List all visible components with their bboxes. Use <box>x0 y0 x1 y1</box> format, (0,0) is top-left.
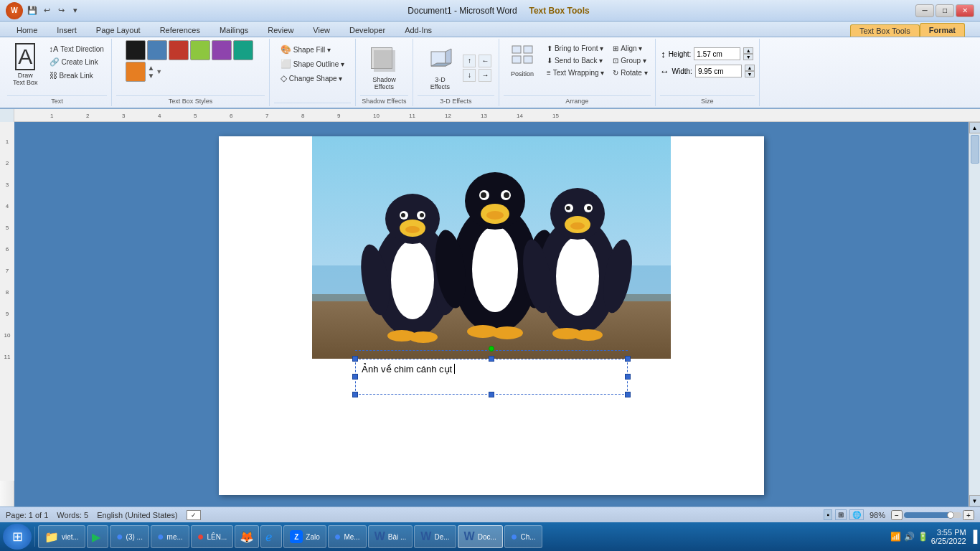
scroll-down-button[interactable]: ▼ <box>969 495 981 507</box>
tab-format[interactable]: Format <box>920 23 965 37</box>
svg-point-43 <box>405 226 420 233</box>
web-layout-button[interactable]: 🌐 <box>849 509 864 520</box>
zoom-in-button[interactable]: + <box>963 510 974 520</box>
group-button[interactable]: ⊡ Group ▾ <box>610 55 650 66</box>
taskbar-item-chrome2[interactable]: ● me... <box>151 525 189 548</box>
3d-tilt-down[interactable]: ↓ <box>463 69 476 82</box>
taskbar-item-media[interactable]: ▶ <box>87 525 108 548</box>
tab-page-layout[interactable]: Page Layout <box>87 23 150 37</box>
show-desktop-button[interactable]: ▐ <box>969 530 977 543</box>
taskbar-item-firefox[interactable]: 🦊 <box>235 525 259 548</box>
tab-insert[interactable]: Insert <box>47 23 86 37</box>
shadow-effects-button[interactable]: ShadowEffects <box>362 43 405 93</box>
taskbar-item-ie[interactable]: ℯ <box>260 525 282 548</box>
swatch-purple[interactable] <box>212 40 232 60</box>
shape-outline-button[interactable]: ⬜ Shape Outline ▾ <box>278 57 347 70</box>
swatch-green[interactable] <box>190 40 210 60</box>
tab-review[interactable]: Review <box>258 23 303 37</box>
svg-text:13: 13 <box>481 113 487 119</box>
office-button[interactable]: W <box>6 2 23 19</box>
3d-tilt-left[interactable]: ← <box>479 55 491 67</box>
textbox-handle-br[interactable] <box>625 392 631 397</box>
swatch-orange[interactable] <box>126 62 146 82</box>
rotate-button[interactable]: ↻ Rotate ▾ <box>610 67 650 78</box>
swatch-teal[interactable] <box>233 40 253 60</box>
text-direction-button[interactable]: ↕A Text Direction <box>47 43 107 55</box>
svg-point-66 <box>556 237 599 316</box>
zoom-thumb[interactable] <box>947 512 954 519</box>
text-wrapping-button[interactable]: ≡ Text Wrapping ▾ <box>544 67 607 78</box>
scroll-track[interactable] <box>971 133 979 495</box>
redo-qa-button[interactable]: ↪ <box>55 4 67 17</box>
taskbar-item-chrome4[interactable]: ● Me... <box>328 525 367 548</box>
spelling-check-button[interactable]: ✓ <box>187 510 201 520</box>
svg-text:2: 2 <box>86 113 90 119</box>
shape-fill-button[interactable]: 🎨 Shape Fill ▾ <box>278 43 334 56</box>
system-tray: 📶 🔊 🔋 3:55 PM 6/25/2022 ▐ <box>890 528 977 545</box>
taskbar-item-word3[interactable]: W Doc... <box>458 525 503 548</box>
textbox-handle-mr[interactable] <box>625 374 631 380</box>
tab-view[interactable]: View <box>303 23 339 37</box>
create-link-button[interactable]: 🔗 Create Link <box>47 56 107 68</box>
taskbar-item-chrome3[interactable]: ● LÊN... <box>191 525 233 548</box>
swatch-scroll-up[interactable]: ▲ <box>147 64 154 72</box>
width-spin-up[interactable]: ▲ <box>745 65 755 71</box>
change-shape-button[interactable]: ◇ Change Shape ▾ <box>278 72 346 85</box>
taskbar-item-folder[interactable]: 📁 viet... <box>38 525 85 548</box>
tab-add-ins[interactable]: Add-Ins <box>395 23 441 37</box>
undo-qa-button[interactable]: ↩ <box>40 4 53 17</box>
height-spin-up[interactable]: ▲ <box>743 47 753 54</box>
send-to-back-button[interactable]: ⬇ Send to Back ▾ <box>544 55 607 66</box>
swatch-black[interactable] <box>126 40 146 60</box>
textbox-handle-tc[interactable] <box>489 356 494 362</box>
start-button[interactable]: ⊞ <box>3 524 32 550</box>
close-button[interactable]: ✕ <box>956 4 974 17</box>
align-button[interactable]: ⊞ Align ▾ <box>610 43 650 54</box>
3d-tilt-right[interactable]: → <box>479 69 491 82</box>
chrome5-label: Ch... <box>520 533 535 541</box>
save-qa-button[interactable]: 💾 <box>26 4 39 17</box>
textbox-rotate-handle[interactable] <box>489 346 494 352</box>
swatch-scroll-down[interactable]: ▼ <box>147 72 154 80</box>
textbox-handle-ml[interactable] <box>352 374 358 380</box>
scroll-thumb[interactable] <box>971 135 979 164</box>
customize-qa-button[interactable]: ▾ <box>69 4 82 17</box>
scroll-up-button[interactable]: ▲ <box>969 122 981 133</box>
tab-mailings[interactable]: Mailings <box>210 23 258 37</box>
bring-to-front-button[interactable]: ⬆ Bring to Front ▾ <box>544 43 607 54</box>
3d-effects-button[interactable]: 3-DEffects <box>420 43 460 93</box>
vertical-scrollbar[interactable]: ▲ ▼ <box>969 122 980 507</box>
print-layout-button[interactable]: ▪ <box>824 509 832 520</box>
zoom-slider[interactable] <box>904 512 961 518</box>
taskbar-item-word1[interactable]: W Bài ... <box>368 525 413 548</box>
tab-references[interactable]: References <box>151 23 209 37</box>
taskbar-item-chrome5[interactable]: ● Ch... <box>504 525 542 548</box>
swatch-blue[interactable] <box>147 40 167 60</box>
height-spin-down[interactable]: ▼ <box>743 54 753 60</box>
taskbar-item-zalo[interactable]: Z Zalo <box>283 525 326 548</box>
width-spin-down[interactable]: ▼ <box>745 71 755 77</box>
3d-tilt-up[interactable]: ↑ <box>463 55 476 67</box>
ribbon-group-shadow: ShadowEffects Shadow Effects <box>356 39 413 106</box>
width-input[interactable] <box>695 65 742 77</box>
tab-developer[interactable]: Developer <box>340 23 395 37</box>
textbox-handle-tl[interactable] <box>352 356 358 362</box>
break-link-button[interactable]: ⛓ Break Link <box>47 70 107 81</box>
maximize-button[interactable]: □ <box>936 4 954 17</box>
textbox-handle-bl[interactable] <box>352 392 358 397</box>
text-box[interactable]: Ảnh về chim cánh cụt <box>355 359 628 395</box>
tab-home[interactable]: Home <box>7 23 47 37</box>
vertical-ruler: 1 2 3 4 5 6 7 8 9 10 11 <box>0 122 14 507</box>
draw-textbox-button[interactable]: A DrawText Box <box>7 40 44 89</box>
position-button[interactable]: Position <box>504 40 541 80</box>
textbox-handle-tr[interactable] <box>625 356 631 362</box>
textbox-handle-bc[interactable] <box>489 392 494 397</box>
minimize-button[interactable]: ─ <box>915 4 934 17</box>
full-screen-button[interactable]: ⊞ <box>835 509 847 520</box>
more-styles-button[interactable]: ▼ <box>156 68 162 75</box>
height-input[interactable] <box>694 47 740 60</box>
zoom-out-button[interactable]: − <box>891 510 903 520</box>
swatch-red[interactable] <box>169 40 189 60</box>
taskbar-item-chrome1[interactable]: ● (3) ... <box>110 525 149 548</box>
taskbar-item-word2[interactable]: W De... <box>414 525 456 548</box>
